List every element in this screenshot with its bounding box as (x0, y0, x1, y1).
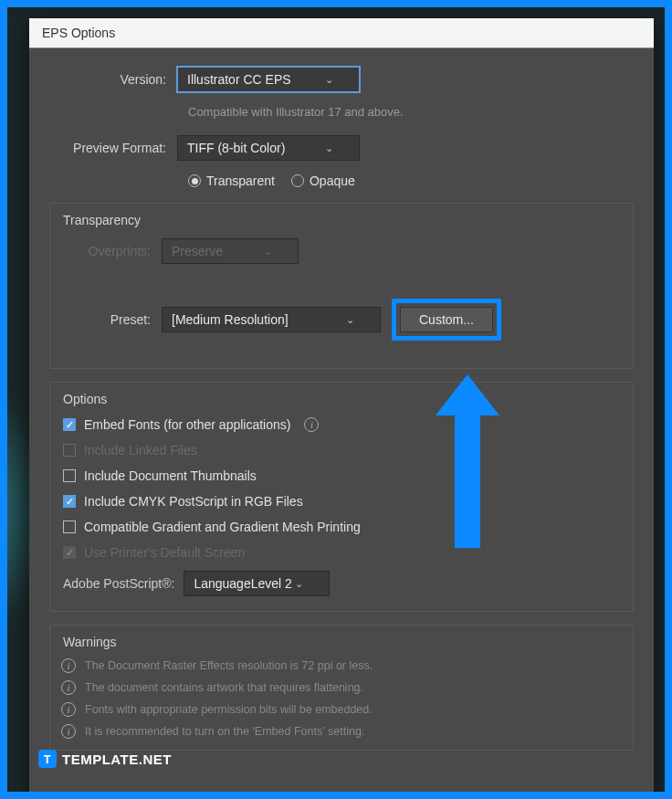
checkbox-icon: ✓ (63, 495, 76, 508)
radio-opaque-label: Opaque (310, 173, 355, 188)
preview-format-label: Preview Format: (49, 141, 177, 155)
chevron-down-icon: ⌄ (325, 142, 333, 154)
warnings-fieldset: Warnings i The Document Raster Effects r… (49, 625, 634, 751)
info-icon: i (61, 680, 76, 695)
custom-button[interactable]: Custom... (400, 307, 493, 332)
options-fieldset: Options ✓ Embed Fonts (for other applica… (49, 382, 634, 612)
compatible-gradient-checkbox[interactable]: Compatible Gradient and Gradient Mesh Pr… (63, 520, 620, 534)
postscript-dropdown[interactable]: LanguageLevel 2 ⌄ (184, 571, 330, 596)
options-title: Options (50, 383, 633, 412)
version-row: Version: Illustrator CC EPS ⌄ (49, 67, 634, 92)
warning-text: It is recommended to turn on the 'Embed … (85, 725, 364, 738)
radio-icon (188, 174, 201, 187)
preset-row: Preset: [Medium Resolution] ⌄ Custom... (63, 299, 620, 341)
printer-default-label: Use Printer's Default Screen (84, 545, 245, 560)
version-dropdown[interactable]: Illustrator CC EPS ⌄ (177, 67, 360, 92)
postscript-label: Adobe PostScript®: (63, 576, 174, 591)
warning-item: i Fonts with appropriate permission bits… (56, 702, 627, 717)
warning-text: Fonts with appropriate permission bits w… (85, 703, 373, 716)
watermark-logo-icon: T (38, 750, 57, 768)
include-cmyk-checkbox[interactable]: ✓ Include CMYK PostScript in RGB Files (63, 494, 620, 509)
checkbox-icon (63, 469, 76, 482)
checkbox-icon (63, 520, 76, 533)
printer-default-checkbox: ✓ Use Printer's Default Screen (63, 545, 620, 560)
overprints-dropdown: Preserve ⌄ (162, 238, 299, 264)
warning-item: i It is recommended to turn on the 'Embe… (56, 724, 627, 739)
preset-value: [Medium Resolution] (172, 312, 289, 327)
dialog-title: EPS Options (29, 18, 654, 48)
preset-dropdown[interactable]: [Medium Resolution] ⌄ (162, 307, 381, 332)
watermark: T TEMPLATE.NET (38, 750, 172, 768)
preview-format-row: Preview Format: TIFF (8-bit Color) ⌄ (49, 135, 634, 161)
transparency-title: Transparency (50, 204, 633, 233)
overprints-value: Preserve (172, 244, 223, 258)
radio-transparent-label: Transparent (206, 173, 275, 188)
checkbox-icon: ✓ (63, 418, 76, 431)
compatible-gradient-label: Compatible Gradient and Gradient Mesh Pr… (84, 520, 361, 534)
include-linked-label: Include Linked Files (84, 443, 197, 457)
warnings-title: Warnings (50, 626, 633, 655)
warning-text: The Document Raster Effects resolution i… (85, 659, 373, 672)
info-icon: i (61, 724, 76, 739)
chevron-down-icon: ⌄ (325, 74, 333, 86)
eps-options-dialog: EPS Options Version: Illustrator CC EPS … (29, 18, 654, 792)
warning-item: i The Document Raster Effects resolution… (56, 658, 627, 673)
preview-mode-radios: Transparent Opaque (188, 173, 634, 188)
overprints-row: Overprints: Preserve ⌄ (63, 238, 620, 264)
info-icon: i (61, 702, 76, 717)
chevron-down-icon: ⌄ (295, 578, 303, 590)
checkbox-icon: ✓ (63, 546, 76, 559)
embed-fonts-checkbox[interactable]: ✓ Embed Fonts (for other applications) i (63, 417, 620, 432)
overprints-label: Overprints: (63, 244, 162, 258)
version-hint: Compatible with Illustrator 17 and above… (188, 105, 634, 119)
preset-label: Preset: (63, 312, 162, 327)
custom-highlight: Custom... (392, 299, 501, 341)
warning-text: The document contains artwork that requi… (85, 681, 363, 694)
postscript-row: Adobe PostScript®: LanguageLevel 2 ⌄ (63, 571, 620, 596)
include-thumbnails-label: Include Document Thumbnails (84, 468, 257, 483)
watermark-text: TEMPLATE.NET (62, 752, 172, 767)
preview-format-dropdown[interactable]: TIFF (8-bit Color) ⌄ (177, 135, 360, 161)
embed-fonts-label: Embed Fonts (for other applications) (84, 417, 290, 432)
info-icon: i (61, 658, 76, 673)
info-icon[interactable]: i (304, 417, 319, 432)
include-thumbnails-checkbox[interactable]: Include Document Thumbnails (63, 468, 620, 483)
include-linked-checkbox: Include Linked Files (63, 443, 620, 457)
radio-opaque[interactable]: Opaque (291, 173, 355, 188)
dialog-content: Version: Illustrator CC EPS ⌄ Compatible… (29, 48, 654, 773)
version-value: Illustrator CC EPS (187, 72, 291, 87)
app-background: EPS Options Version: Illustrator CC EPS … (7, 7, 665, 792)
radio-icon (291, 174, 304, 187)
chevron-down-icon: ⌄ (346, 314, 354, 326)
transparency-fieldset: Transparency Overprints: Preserve ⌄ Pres… (49, 203, 634, 369)
include-cmyk-label: Include CMYK PostScript in RGB Files (84, 494, 303, 509)
radio-transparent[interactable]: Transparent (188, 173, 275, 188)
postscript-value: LanguageLevel 2 (194, 576, 291, 591)
warning-item: i The document contains artwork that req… (56, 680, 627, 695)
checkbox-icon (63, 444, 76, 457)
preview-format-value: TIFF (8-bit Color) (187, 141, 285, 155)
version-label: Version: (49, 72, 177, 87)
chevron-down-icon: ⌄ (264, 246, 272, 258)
